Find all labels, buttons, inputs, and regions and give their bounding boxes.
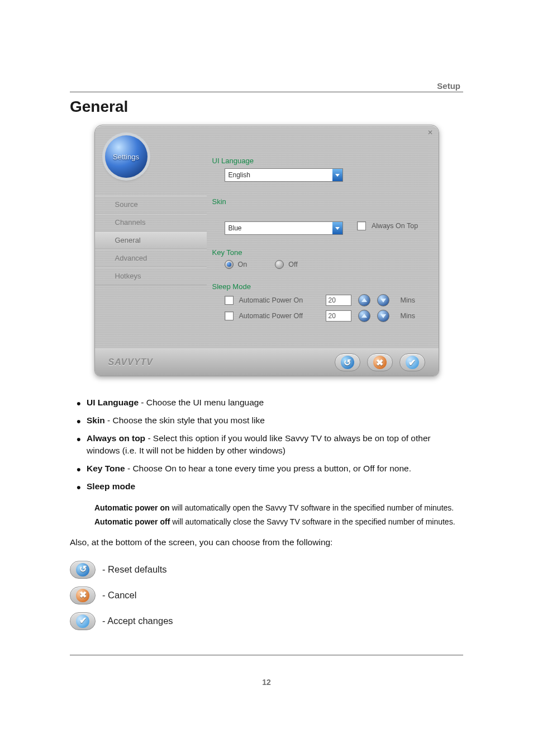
cancel-button[interactable]: ✖: [367, 353, 393, 371]
bullet-desc: - Choose the skin style that you most li…: [105, 415, 265, 425]
skin-value: Blue: [225, 224, 242, 232]
bullet-skin: Skin - Choose the skin style that you mo…: [70, 414, 463, 427]
bullet-key-tone: Key Tone - Choose On to hear a tone ever…: [70, 462, 463, 475]
after-text: Also, at the bottom of the screen, you c…: [70, 536, 463, 549]
cancel-icon: ✖: [373, 356, 387, 369]
reset-icon: ↺: [76, 563, 89, 577]
always-on-top-checkbox[interactable]: Always On Top: [357, 221, 418, 230]
bullet-term: UI Language: [87, 398, 139, 407]
reset-defaults-button[interactable]: ↺: [70, 561, 96, 579]
arrow-down-icon[interactable]: [377, 294, 389, 306]
chevron-down-icon[interactable]: [332, 222, 342, 234]
settings-sidebar: Source Channels General Advanced Hotkeys: [95, 196, 207, 285]
sleep-row-power-off: Automatic Power Off 20 Mins: [225, 310, 422, 322]
auto-power-on-unit: Mins: [401, 296, 415, 304]
auto-power-on-label: Automatic Power On: [239, 296, 320, 304]
skin-combo[interactable]: Blue: [225, 221, 343, 235]
sub-term: Automatic power on: [94, 503, 170, 512]
ui-language-label: UI Language: [212, 157, 422, 165]
ui-language-value: English: [225, 171, 250, 179]
radio-icon: [275, 260, 284, 269]
skin-label: Skin: [212, 197, 422, 206]
auto-power-off-unit: Mins: [401, 312, 415, 320]
always-on-top-label: Always On Top: [372, 222, 418, 230]
checkbox-icon: [357, 221, 366, 230]
bullet-list: UI Language - Choose the UI menu languag…: [70, 396, 463, 493]
sub-auto-power-on: Automatic power on will automatically op…: [94, 503, 463, 513]
legend-accept-text: - Accept changes: [102, 615, 173, 627]
settings-dialog: ✕ Settings Source Channels General Advan…: [94, 125, 439, 376]
bullet-desc: - Choose the UI menu language: [139, 398, 264, 407]
settings-main: UI Language English Skin Blue Always On …: [212, 153, 422, 342]
key-tone-label: Key Tone: [212, 248, 422, 257]
bullet-term: Key Tone: [87, 464, 125, 473]
auto-power-off-checkbox[interactable]: Automatic Power Off: [225, 311, 320, 320]
dialog-bottom-bar: SAVVYTV ↺ ✖ ✔: [95, 348, 439, 376]
chevron-down-icon[interactable]: [332, 169, 342, 181]
auto-power-on-value[interactable]: 20: [326, 295, 351, 306]
sub-term: Automatic power off: [94, 517, 170, 526]
sub-auto-power-off: Automatic power off will automatically c…: [94, 517, 463, 527]
sidebar-item-advanced[interactable]: Advanced: [95, 249, 207, 267]
bullet-term: Sleep mode: [87, 481, 135, 491]
bullet-desc: - Choose On to hear a tone every time yo…: [125, 464, 411, 473]
bullet-always-on-top: Always on top - Select this option if yo…: [70, 432, 463, 457]
key-tone-on-label: On: [238, 261, 248, 268]
brand-logo: SAVVYTV: [108, 357, 154, 367]
page-title: General: [70, 98, 463, 116]
header-rule: [70, 92, 463, 92]
sidebar-item-general[interactable]: General: [95, 231, 207, 249]
sleep-row-power-on: Automatic Power On 20 Mins: [225, 294, 422, 306]
accept-button[interactable]: ✔: [399, 353, 425, 371]
key-tone-on-radio[interactable]: On: [225, 260, 248, 269]
bullet-term: Skin: [87, 415, 105, 425]
auto-power-off-label: Automatic Power Off: [239, 312, 320, 320]
legend-cancel-text: - Cancel: [102, 589, 136, 602]
checkbox-icon: [225, 311, 234, 320]
legend-accept: ✔ - Accept changes: [70, 612, 463, 630]
accept-button[interactable]: ✔: [70, 612, 96, 630]
key-tone-off-radio[interactable]: Off: [275, 260, 297, 269]
key-tone-off-label: Off: [288, 261, 297, 268]
settings-badge-label: Settings: [113, 153, 139, 161]
check-icon: ✔: [406, 356, 419, 369]
page-number: 12: [70, 678, 463, 687]
auto-power-off-value[interactable]: 20: [326, 310, 351, 322]
legend-reset: ↺ - Reset defaults: [70, 561, 463, 579]
bullet-term: Always on top: [87, 433, 145, 443]
reset-icon: ↺: [341, 356, 354, 369]
header-section: Setup: [437, 81, 460, 91]
auto-power-on-checkbox[interactable]: Automatic Power On: [225, 296, 320, 305]
close-icon[interactable]: ✕: [427, 129, 433, 136]
arrow-up-icon[interactable]: [358, 294, 370, 306]
ui-language-combo[interactable]: English: [225, 168, 343, 182]
cancel-icon: ✖: [76, 589, 89, 602]
sidebar-item-channels[interactable]: Channels: [95, 214, 207, 231]
reset-defaults-button[interactable]: ↺: [335, 353, 360, 371]
check-icon: ✔: [76, 615, 89, 628]
legend-reset-text: - Reset defaults: [102, 563, 167, 576]
bullet-sleep-mode: Sleep mode: [70, 480, 463, 493]
arrow-down-icon[interactable]: [377, 310, 389, 322]
sidebar-item-source[interactable]: Source: [95, 196, 207, 214]
sleep-mode-label: Sleep Mode: [212, 282, 422, 291]
legend-cancel: ✖ - Cancel: [70, 587, 463, 604]
footer-rule: [70, 655, 463, 655]
checkbox-icon: [225, 296, 234, 305]
sub-desc: will automatically open the Savvy TV sof…: [170, 503, 454, 512]
arrow-up-icon[interactable]: [358, 310, 370, 322]
sub-desc: will automatically close the Savvy TV so…: [170, 517, 455, 526]
settings-badge: Settings: [105, 135, 147, 178]
bullet-ui-language: UI Language - Choose the UI menu languag…: [70, 396, 463, 409]
cancel-button[interactable]: ✖: [70, 587, 96, 604]
article-body: UI Language - Choose the UI menu languag…: [70, 396, 463, 630]
radio-icon: [225, 260, 234, 269]
sidebar-item-hotkeys[interactable]: Hotkeys: [95, 267, 207, 285]
